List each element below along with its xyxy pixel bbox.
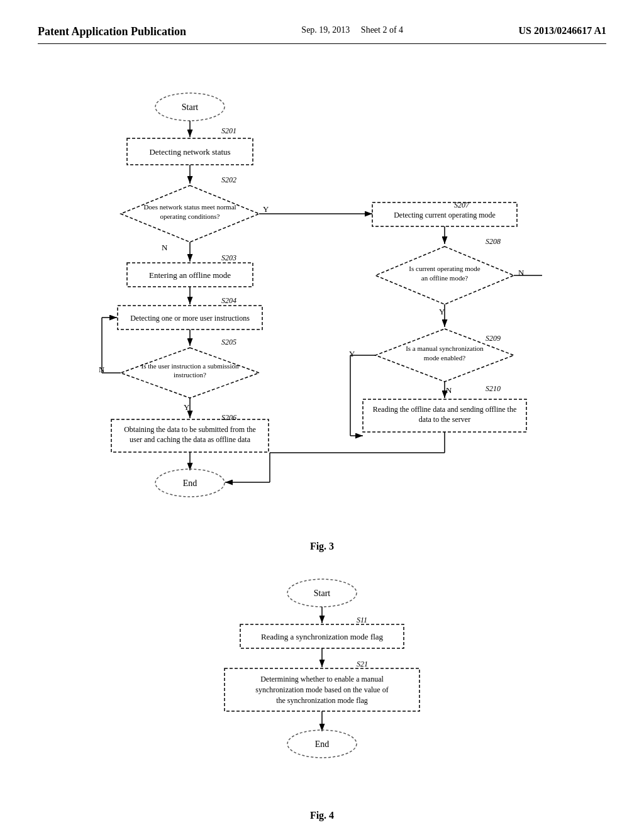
svg-text:Entering an offline mode: Entering an offline mode — [149, 270, 231, 280]
svg-text:S205: S205 — [221, 338, 236, 346]
svg-text:Determining whether to enable : Determining whether to enable a manual — [260, 675, 384, 683]
sheet-info: Sheet 2 of 4 — [361, 25, 403, 35]
svg-text:user and caching the data  as : user and caching the data as offline dat… — [130, 435, 251, 444]
svg-text:Is current operating mode: Is current operating mode — [409, 265, 480, 272]
svg-text:S201: S201 — [221, 126, 236, 135]
page-header: Patent Application Publication Sep. 19, … — [38, 25, 606, 44]
fig3-label: Fig. 3 — [310, 541, 334, 552]
svg-text:mode enabled?: mode enabled? — [424, 354, 465, 362]
svg-text:Detecting network status: Detecting network status — [149, 147, 230, 157]
svg-text:S202: S202 — [221, 175, 236, 184]
svg-text:N: N — [446, 385, 452, 395]
svg-text:Y: Y — [263, 204, 269, 214]
svg-text:Start: Start — [182, 102, 199, 112]
svg-text:S203: S203 — [221, 253, 236, 262]
svg-text:S206: S206 — [221, 413, 236, 422]
svg-text:synchronization mode based on : synchronization mode based on the value … — [255, 685, 388, 694]
svg-text:Start: Start — [314, 589, 331, 598]
svg-text:an offline mode?: an offline mode? — [421, 274, 468, 282]
svg-text:S207: S207 — [454, 201, 470, 209]
svg-text:Detecting current operating mo: Detecting current operating mode — [394, 211, 496, 219]
page: Patent Application Publication Sep. 19, … — [0, 0, 644, 830]
svg-text:Does network status meet norma: Does network status meet normal — [143, 203, 236, 211]
svg-text:S204: S204 — [221, 296, 236, 305]
svg-text:Is a manual synchronization: Is a manual synchronization — [406, 345, 484, 352]
svg-text:S21: S21 — [357, 660, 368, 668]
svg-text:Y: Y — [184, 402, 190, 412]
svg-text:instruction?: instruction? — [174, 371, 206, 379]
fig4-svg: Start S11 Reading a synchronization mode… — [165, 571, 479, 804]
svg-text:Reading the offline data and s: Reading the offline data and sending off… — [373, 405, 517, 414]
svg-text:End: End — [315, 739, 330, 749]
svg-text:S208: S208 — [486, 237, 501, 246]
svg-text:S209: S209 — [486, 334, 501, 343]
fig3-diagram: Start S201 Detecting network status S202… — [38, 82, 606, 571]
svg-text:End: End — [183, 479, 197, 488]
header-center: Sep. 19, 2013 Sheet 2 of 4 — [301, 25, 403, 35]
publication-date: Sep. 19, 2013 — [301, 25, 350, 35]
publication-title: Patent Application Publication — [38, 25, 186, 38]
svg-text:operating conditions?: operating conditions? — [160, 213, 219, 220]
svg-text:N: N — [162, 243, 168, 252]
svg-text:Is the user instruction a subm: Is the user instruction a submission — [142, 362, 239, 370]
svg-text:S210: S210 — [486, 384, 501, 393]
svg-text:the synchronization mode flag: the synchronization mode flag — [276, 696, 368, 705]
svg-text:Reading a synchronization mode: Reading a synchronization mode flag — [261, 632, 384, 641]
svg-text:Detecting one or more  user in: Detecting one or more user instructions — [130, 314, 250, 323]
fig4-diagram: Start S11 Reading a synchronization mode… — [38, 571, 606, 830]
svg-text:data to the server: data to the server — [419, 415, 470, 424]
patent-number: US 2013/0246617 A1 — [518, 25, 606, 36]
fig4-label: Fig. 4 — [310, 810, 334, 821]
svg-text:S11: S11 — [357, 616, 367, 624]
fig3-svg: Start S201 Detecting network status S202… — [64, 82, 580, 534]
svg-text:Obtaining the data to be submi: Obtaining the data to be submitted from … — [124, 425, 256, 434]
